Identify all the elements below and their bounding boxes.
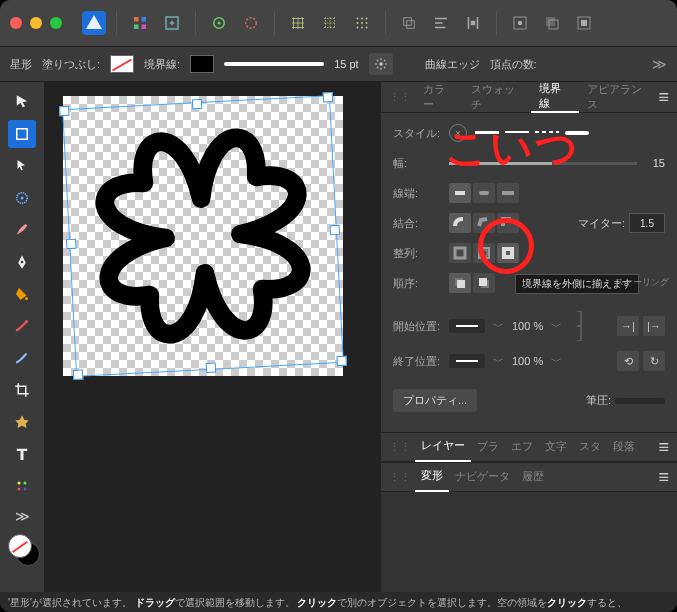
tab-appearance[interactable]: アピアランス — [579, 82, 658, 112]
tab-text[interactable]: 文字 — [539, 433, 573, 461]
join-bevel-icon[interactable] — [473, 213, 495, 233]
fill-color-icon[interactable] — [8, 534, 32, 558]
end-pct-chevron-icon[interactable]: ﹀ — [551, 354, 562, 369]
canvas-area[interactable] — [45, 82, 380, 592]
distribute-icon[interactable] — [460, 10, 486, 36]
tab-layer[interactable]: レイヤー — [415, 432, 471, 462]
curve-edge-label[interactable]: 曲線エッジ — [425, 57, 480, 72]
place-arrow-end-icon[interactable]: →| — [617, 316, 639, 336]
width-slider[interactable] — [449, 162, 637, 165]
node-tool[interactable] — [8, 152, 36, 180]
close-window-icon[interactable] — [10, 17, 22, 29]
align-center-icon[interactable] — [449, 243, 471, 263]
panel-menu-icon[interactable]: ≡ — [658, 87, 669, 108]
minimize-window-icon[interactable] — [30, 17, 42, 29]
view-mode-icon[interactable] — [206, 10, 232, 36]
handle-top-mid[interactable] — [192, 99, 203, 110]
pen-pressure-profile[interactable] — [615, 398, 665, 404]
align-inside-icon[interactable] — [473, 243, 495, 263]
stroke-width-value[interactable]: 15 pt — [334, 58, 358, 70]
tab-navigator[interactable]: ナビゲータ — [449, 463, 516, 491]
join-miter-icon[interactable] — [497, 213, 519, 233]
place-arrow-start-icon[interactable]: |→ — [643, 316, 665, 336]
handle-bottom-mid[interactable] — [206, 363, 217, 374]
cap-butt-icon[interactable] — [449, 183, 471, 203]
zoom-window-icon[interactable] — [50, 17, 62, 29]
end-arrow-chevron-icon[interactable]: ﹀ — [493, 354, 504, 369]
arrange-icon[interactable] — [396, 10, 422, 36]
tab-paragraph[interactable]: 段落 — [607, 433, 641, 461]
artboard-tool[interactable] — [8, 120, 36, 148]
snapping-icon[interactable] — [238, 10, 264, 36]
align-outside-icon[interactable] — [497, 243, 519, 263]
grid-a-icon[interactable] — [285, 10, 311, 36]
order-front-icon[interactable] — [473, 273, 495, 293]
tab-stroke[interactable]: 境界線 — [531, 81, 579, 113]
start-arrow-chevron-icon[interactable]: ﹀ — [493, 319, 504, 334]
style-brush-icon[interactable] — [565, 131, 589, 135]
style-none-icon[interactable]: × — [449, 124, 467, 142]
cap-round-icon[interactable] — [473, 183, 495, 203]
crop-tool[interactable] — [8, 376, 36, 404]
tab-color[interactable]: カラー — [415, 82, 463, 112]
panel-grip-icon[interactable]: ⋮⋮ — [389, 471, 411, 484]
contextbar-more-icon[interactable]: ≫ — [652, 56, 667, 72]
transparency-tool[interactable] — [8, 312, 36, 340]
shape-tool[interactable] — [8, 408, 36, 436]
color-swatches[interactable] — [8, 534, 36, 562]
grid-c-icon[interactable] — [349, 10, 375, 36]
tab-history[interactable]: 履歴 — [516, 463, 550, 491]
style-thin-icon[interactable] — [505, 131, 529, 133]
fill-swatch[interactable] — [110, 55, 134, 73]
handle-bottom-right[interactable] — [336, 356, 347, 367]
panel-grip-icon[interactable]: ⋮⋮ — [389, 441, 411, 454]
cap-square-icon[interactable] — [497, 183, 519, 203]
end-arrow-select[interactable] — [449, 354, 485, 368]
join-round-icon[interactable] — [449, 213, 471, 233]
corner-tool[interactable] — [8, 184, 36, 212]
insert-behind-icon[interactable] — [539, 10, 565, 36]
tools-more-icon[interactable]: ≫ — [15, 508, 30, 524]
insert-inside-icon[interactable] — [571, 10, 597, 36]
style-dash-icon[interactable] — [535, 131, 559, 133]
tab-brush[interactable]: ブラ — [471, 433, 505, 461]
panel-menu-icon[interactable]: ≡ — [658, 467, 669, 488]
text-tool[interactable] — [8, 440, 36, 468]
reset-arrows-icon[interactable]: ↻ — [643, 351, 665, 371]
handle-bottom-left[interactable] — [73, 369, 84, 380]
move-tool[interactable] — [8, 88, 36, 116]
color-picker-tool[interactable] — [8, 472, 36, 500]
style-presets[interactable] — [475, 131, 589, 135]
tab-style[interactable]: スタ — [573, 433, 607, 461]
pencil-tool[interactable] — [8, 216, 36, 244]
properties-button[interactable]: プロパティ... — [393, 389, 477, 412]
handle-top-left[interactable] — [59, 106, 70, 117]
grid-b-icon[interactable] — [317, 10, 343, 36]
artboard[interactable] — [63, 96, 343, 376]
handle-mid-right[interactable] — [330, 225, 341, 236]
tab-transform[interactable]: 変形 — [415, 462, 449, 492]
width-value[interactable]: 15 — [645, 157, 665, 169]
stroke-width-slider[interactable] — [224, 62, 324, 66]
handle-mid-left[interactable] — [66, 239, 77, 250]
order-behind-icon[interactable] — [449, 273, 471, 293]
tab-swatch[interactable]: スウォッチ — [463, 82, 532, 112]
swap-arrows-icon[interactable]: ⟲ — [617, 351, 639, 371]
stroke-options-button[interactable] — [369, 53, 393, 75]
tab-effects[interactable]: エフ — [505, 433, 539, 461]
insert-target-icon[interactable] — [507, 10, 533, 36]
align-icon[interactable] — [428, 10, 454, 36]
handle-top-right[interactable] — [323, 92, 334, 103]
selection-box[interactable] — [62, 95, 344, 377]
end-pct[interactable]: 100 % — [512, 355, 543, 367]
style-solid-icon[interactable] — [475, 131, 499, 134]
persona-export-icon[interactable] — [159, 10, 185, 36]
stroke-swatch[interactable] — [190, 55, 214, 73]
vector-brush-tool[interactable] — [8, 344, 36, 372]
panel-menu-icon[interactable]: ≡ — [658, 437, 669, 458]
start-arrow-select[interactable] — [449, 319, 485, 333]
persona-pixel-icon[interactable] — [127, 10, 153, 36]
pen-tool[interactable] — [8, 248, 36, 276]
miter-input[interactable] — [629, 213, 665, 233]
start-pct-chevron-icon[interactable]: ﹀ — [551, 319, 562, 334]
